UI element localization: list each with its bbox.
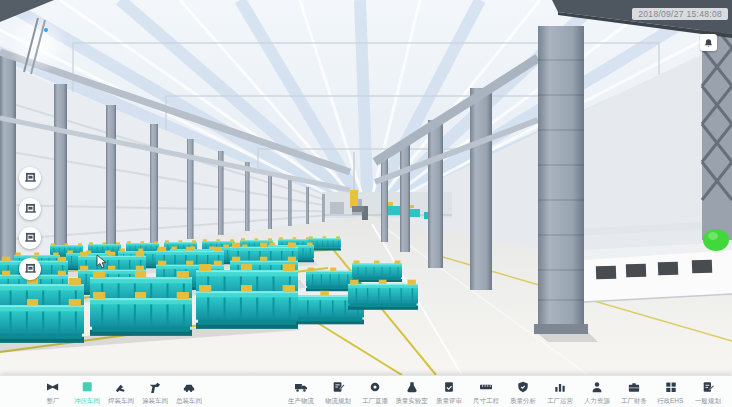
toolbar-item-production-logistics[interactable]: 生产物流	[282, 378, 319, 406]
toolbar-item-quality-lab[interactable]: 质量实验室	[393, 378, 430, 406]
toolbar-item-label: 涂装车间	[142, 396, 168, 405]
bottom-toolbar: 整厂冲压车间焊装车间涂装车间总装车间 生产物流物流规划工厂直播质量实验室质量评审…	[0, 375, 732, 407]
toolbar-item-painting-workshop[interactable]: 涂装车间	[138, 378, 172, 406]
press-machine-icon	[24, 169, 37, 187]
doc-pencil-icon	[701, 381, 715, 394]
assembly-icon	[182, 381, 196, 394]
toolbar-item-label: 工厂直播	[362, 396, 388, 405]
toolbar-item-label: 工厂财务	[621, 396, 647, 405]
press-icon	[80, 381, 94, 394]
chart-icon	[553, 381, 567, 394]
3d-scene-viewport[interactable]	[0, 0, 732, 375]
workshop-tab-group: 整厂冲压车间焊装车间涂装车间总装车间	[36, 378, 206, 406]
toolbar-item-label: 焊装车间	[108, 396, 134, 405]
toolbar-item-label: 生产物流	[288, 396, 314, 405]
toolbar-item-label: 人力资源	[584, 396, 610, 405]
notification-button[interactable]	[700, 34, 717, 51]
factory-icon	[46, 381, 60, 394]
scene-hotspot-button-2[interactable]	[19, 198, 41, 220]
datetime-display: 2018/09/27 15:48:08	[632, 8, 728, 20]
weld-icon	[114, 381, 128, 394]
ruler-icon	[479, 381, 493, 394]
truck-icon	[294, 381, 308, 394]
scene-hotspot-button-1[interactable]	[19, 167, 41, 189]
toolbar-item-label: 冲压车间	[74, 396, 100, 405]
module-group: 生产物流物流规划工厂直播质量实验室质量评审尺寸工程质量分析工厂运营人力资源工厂财…	[282, 378, 726, 406]
toolbar-item-quality-review[interactable]: 质量评审	[430, 378, 467, 406]
toolbar-item-dimension-engineering[interactable]: 尺寸工程	[467, 378, 504, 406]
press-machine-icon	[24, 260, 37, 278]
toolbar-item-general-planning[interactable]: 一般规划	[689, 378, 726, 406]
toolbar-item-whole-plant[interactable]: 整厂	[36, 378, 70, 406]
camera-icon	[368, 381, 382, 394]
toolbar-item-label: 一般规划	[695, 396, 721, 405]
toolbar-item-welding-workshop[interactable]: 焊装车间	[104, 378, 138, 406]
press-machine-icon	[24, 229, 37, 247]
toolbar-item-label: 尺寸工程	[473, 396, 499, 405]
toolbar-item-label: 行政EHS	[657, 396, 683, 405]
factory-3d-render	[0, 0, 732, 375]
toolbar-item-label: 整厂	[47, 396, 60, 405]
grid-icon	[664, 381, 678, 394]
toolbar-item-label: 工厂运营	[547, 396, 573, 405]
press-machine-icon	[24, 200, 37, 218]
toolbar-item-label: 质量评审	[436, 396, 462, 405]
paint-spray-icon	[148, 381, 162, 394]
toolbar-item-label: 质量分析	[510, 396, 536, 405]
toolbar-item-label: 质量实验室	[395, 396, 427, 405]
toolbar-item-logistics-planning[interactable]: 物流规划	[319, 378, 356, 406]
person-icon	[590, 381, 604, 394]
toolbar-item-label: 物流规划	[325, 396, 351, 405]
toolbar-item-factory-operations[interactable]: 工厂运营	[541, 378, 578, 406]
toolbar-item-admin-ehs[interactable]: 行政EHS	[652, 378, 689, 406]
scene-hotspot-button-4[interactable]	[19, 258, 41, 280]
review-icon	[442, 381, 456, 394]
briefcase-icon	[627, 381, 641, 394]
toolbar-item-stamping-workshop[interactable]: 冲压车间	[70, 378, 104, 406]
toolbar-item-factory-live[interactable]: 工厂直播	[356, 378, 393, 406]
toolbar-item-factory-finance[interactable]: 工厂财务	[615, 378, 652, 406]
shield-icon	[516, 381, 530, 394]
toolbar-item-label: 总装车间	[176, 396, 202, 405]
mouse-cursor	[96, 254, 108, 270]
toolbar-item-human-resources[interactable]: 人力资源	[578, 378, 615, 406]
lab-icon	[405, 381, 419, 394]
toolbar-item-assembly-workshop[interactable]: 总装车间	[172, 378, 206, 406]
digital-twin-app: 2018/09/27 15:48:08 整厂冲压车间焊装车间涂装车间总装车间 生…	[0, 0, 732, 407]
scene-hotspot-button-3[interactable]	[19, 227, 41, 249]
bell-icon	[703, 34, 714, 52]
toolbar-item-quality-analysis[interactable]: 质量分析	[504, 378, 541, 406]
plan-icon	[331, 381, 345, 394]
